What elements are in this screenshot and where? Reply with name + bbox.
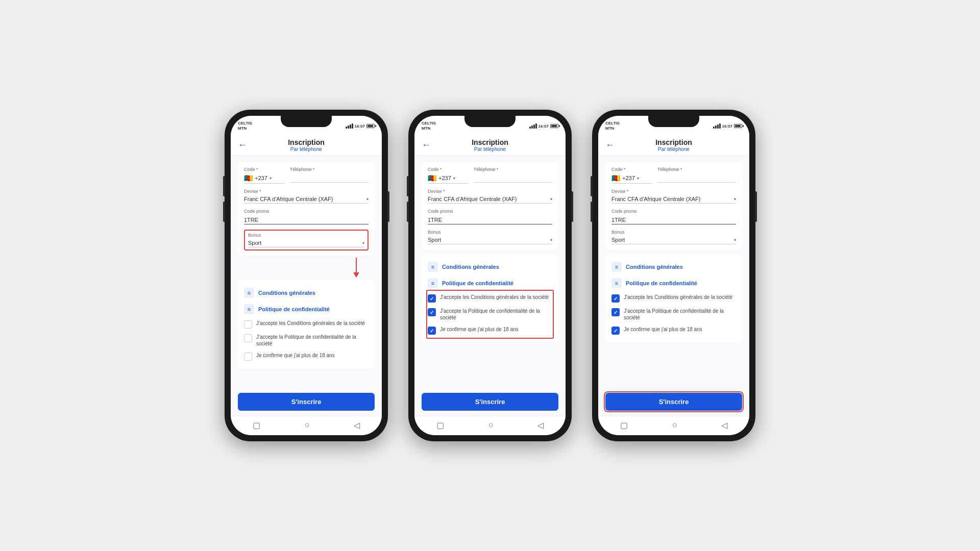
checkbox1-1[interactable] [244,320,252,329]
telephone-input-3[interactable] [657,174,736,183]
code-selector-2[interactable]: 🇨🇲 +237 ▾ [428,173,469,184]
nav-bar-2: ▢ ○ ◁ [414,416,566,435]
checkbox2-label-3: J'accepte la Politique de confidentialit… [624,308,736,321]
code-chevron-2: ▾ [453,176,455,181]
header-title-3: Inscription [655,138,692,146]
header-text-2: Inscription Par téléphone [472,138,508,152]
nav-triangle-1[interactable]: ◁ [354,420,360,430]
phone-1-screen: CELTIS MTN 16:07 [231,116,382,435]
checkbox3-2[interactable] [428,327,436,335]
bonus-select-1[interactable]: Sport ▾ [248,239,364,247]
back-button-3[interactable]: ← [605,140,615,151]
telephone-field-2: Téléphone * [474,167,552,184]
vol-up-button-3[interactable] [591,176,593,196]
bonus-label-1: Bonus [248,233,364,238]
power-button-2[interactable] [571,191,573,222]
vol-down-button[interactable] [223,202,225,222]
checkbox1-3[interactable] [611,294,620,303]
vol-up-button-2[interactable] [407,176,409,196]
checkbox2-item-1: J'accepte la Politique de confidentialit… [244,331,369,349]
nav-triangle-2[interactable]: ◁ [537,420,544,430]
conditions-link-1[interactable]: ≡ Conditions générales [244,285,369,301]
submit-highlight-wrapper: S'inscrire [605,393,742,411]
nav-square-3[interactable]: ▢ [620,420,628,430]
nav-circle-2[interactable]: ○ [488,420,494,430]
telephone-input-1[interactable] [290,174,369,183]
devise-select-3[interactable]: Franc CFA d'Afrique Centrale (XAF) ▾ [611,195,736,204]
checkbox3-item-2: Je confirme que j'ai plus de 18 ans [428,323,552,337]
code-selector-3[interactable]: 🇨🇲 +237 ▾ [611,173,652,184]
checkbox3-label-3: Je confirme que j'ai plus de 18 ans [624,326,702,333]
submit-button-1[interactable]: S'inscrire [238,393,375,411]
back-button-2[interactable]: ← [422,140,431,151]
form-section-phone-3: Code * 🇨🇲 +237 ▾ Téléphone * [605,162,742,249]
vol-down-button-3[interactable] [591,202,593,222]
form-row-phone-2: Code * 🇨🇲 +237 ▾ Téléphone * [428,167,552,184]
nav-square-1[interactable]: ▢ [253,420,260,430]
telephone-input-2[interactable] [474,174,552,183]
politique-text-2: Politique de confidentialité [442,280,513,286]
devise-value-2: Franc CFA d'Afrique Centrale (XAF) [428,196,517,202]
checkbox2-item-2: J'accepte la Politique de confidentialit… [428,305,552,323]
bonus-value-1: Sport [248,240,261,246]
bonus-select-3[interactable]: Sport ▾ [611,236,736,244]
header-text-3: Inscription Par téléphone [655,138,692,152]
nav-bar-3: ▢ ○ ◁ [598,416,749,435]
devise-label-3: Devise * [611,189,736,194]
code-selector-1[interactable]: 🇨🇲 +237 ▾ [244,173,285,184]
conditions-link-3[interactable]: ≡ Conditions générales [611,259,736,275]
promo-label-3: Code promo [611,209,736,214]
promo-input-1[interactable] [244,216,369,224]
checkbox3-item-3: Je confirme que j'ai plus de 18 ans [611,323,736,337]
devise-value-3: Franc CFA d'Afrique Centrale (XAF) [611,196,701,202]
code-field-3: Code * 🇨🇲 +237 ▾ [611,167,652,184]
bonus-label-2: Bonus [428,230,552,235]
back-button-1[interactable]: ← [238,140,247,151]
submit-button-2[interactable]: S'inscrire [422,393,558,411]
vol-up-button[interactable] [223,176,225,196]
power-button[interactable] [387,191,389,222]
devise-field-1: Devise * Franc CFA d'Afrique Centrale (X… [244,189,369,204]
checkbox3-3[interactable] [611,327,620,335]
nav-circle-1[interactable]: ○ [305,420,310,430]
power-button-3[interactable] [755,191,757,222]
bonus-value-2: Sport [428,237,441,243]
politique-link-2[interactable]: ≡ Politique de confidentialité [428,275,552,291]
devise-label-1: Devise * [244,189,369,194]
devise-chevron-3: ▾ [734,197,736,202]
politique-text-3: Politique de confidentialité [626,280,697,286]
telephone-label-2: Téléphone * [474,167,552,172]
conditions-link-2[interactable]: ≡ Conditions générales [428,259,552,275]
promo-input-2[interactable] [428,216,552,224]
devise-select-2[interactable]: Franc CFA d'Afrique Centrale (XAF) ▾ [428,195,552,204]
checkbox2-2[interactable] [428,308,436,316]
form-content-2: Code * 🇨🇲 +237 ▾ Téléphone * [414,156,566,389]
conditions-text-1: Conditions générales [258,290,315,296]
arrow-head [353,272,359,278]
phone-1: CELTIS MTN 16:07 [225,110,388,441]
submit-section-1: S'inscrire [231,389,382,416]
battery-icon-2 [550,124,558,128]
nav-triangle-3[interactable]: ◁ [721,420,727,430]
checkbox3-1[interactable] [244,353,252,361]
bonus-select-2[interactable]: Sport ▾ [428,236,552,244]
checkbox1-2[interactable] [428,294,436,303]
politique-link-1[interactable]: ≡ Politique de confidentialité [244,301,369,317]
politique-link-3[interactable]: ≡ Politique de confidentialité [611,275,736,291]
nav-square-2[interactable]: ▢ [436,420,444,430]
bonus-field-3: Bonus Sport ▾ [611,230,736,244]
devise-select-1[interactable]: Franc CFA d'Afrique Centrale (XAF) ▾ [244,195,369,204]
promo-input-3[interactable] [611,216,736,224]
checkbox3-label-1: Je confirme que j'ai plus de 18 ans [256,352,335,359]
checkbox2-3[interactable] [611,308,620,316]
nav-circle-3[interactable]: ○ [672,420,677,430]
vol-down-button-2[interactable] [407,202,409,222]
conditions-section-2: ≡ Conditions générales ≡ Politique de co… [422,254,558,342]
devise-value-1: Franc CFA d'Afrique Centrale (XAF) [244,196,333,202]
app-header-1: ← Inscription Par téléphone [231,134,382,156]
submit-button-3[interactable]: S'inscrire [605,393,742,411]
code-label-1: Code * [244,167,285,172]
devise-chevron-2: ▾ [550,197,552,202]
form-row-phone-1: Code * 🇨🇲 +237 ▾ Téléphone * [244,167,369,184]
checkbox2-1[interactable] [244,334,252,342]
